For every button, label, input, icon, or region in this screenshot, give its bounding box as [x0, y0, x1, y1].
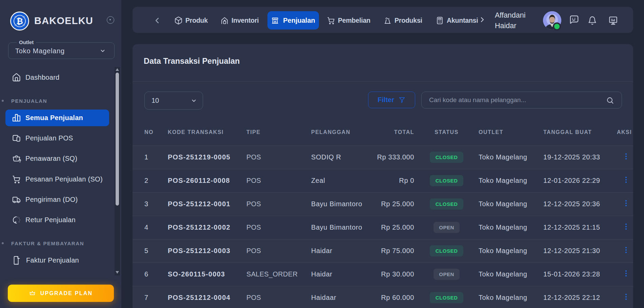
- svg-text:₿: ₿: [16, 17, 23, 26]
